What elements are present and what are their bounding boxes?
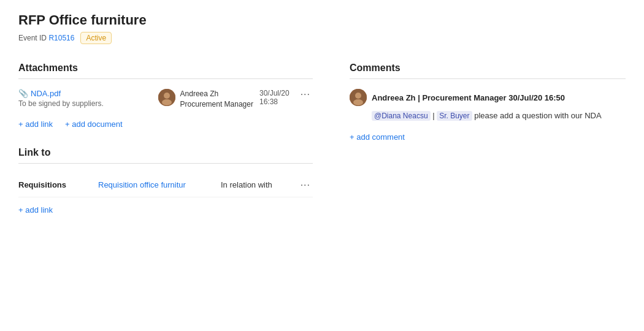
left-column: Attachments 📎 NDA.pdf To be signed by su…: [18, 63, 337, 215]
svg-point-5: [353, 99, 363, 105]
add-comment-container: + add comment: [350, 132, 626, 142]
attachment-item: 📎 NDA.pdf To be signed by suppliers.: [18, 89, 313, 110]
right-column: Comments Andreea Zh | Procurement Manage…: [337, 63, 626, 215]
svg-point-2: [162, 99, 172, 105]
attachment-menu-button[interactable]: ···: [298, 89, 313, 100]
page-header: RFP Office furniture Event ID R10516 Act…: [18, 12, 626, 44]
attachment-link[interactable]: 📎 NDA.pdf: [18, 89, 152, 98]
comment-header: Andreea Zh | Procurement Manager 30/Jul/…: [350, 89, 626, 106]
main-content: Attachments 📎 NDA.pdf To be signed by su…: [18, 63, 626, 215]
mention-role: Sr. Buyer: [437, 111, 472, 121]
link-name[interactable]: Requisition office furnitur: [98, 180, 221, 189]
add-link-button[interactable]: + add link: [18, 120, 53, 129]
link-relation: In relation with: [221, 180, 294, 189]
attachment-info: 📎 NDA.pdf To be signed by suppliers.: [18, 89, 152, 108]
comment-avatar: [350, 89, 367, 106]
link-to-title: Link to: [18, 147, 313, 164]
svg-point-1: [164, 93, 170, 99]
comments-section: Comments Andreea Zh | Procurement Manage…: [350, 63, 626, 142]
link-table: Requisitions Requisition office furnitur…: [18, 173, 313, 197]
link-table-row: Requisitions Requisition office furnitur…: [18, 173, 313, 197]
attachment-date: 30/Jul/20 16:38: [259, 89, 289, 106]
add-document-button[interactable]: + add document: [65, 120, 123, 129]
attachment-description: To be signed by suppliers.: [18, 99, 152, 108]
status-badge: Active: [80, 32, 112, 44]
add-link-to-button[interactable]: + add link: [18, 205, 53, 215]
attachment-user-info: Andreea Zh Procurement Manager: [158, 89, 253, 110]
link-to-section: Link to Requisitions Requisition office …: [18, 147, 313, 215]
user-name-role: Andreea Zh Procurement Manager: [180, 89, 253, 110]
event-id-value: R10516: [48, 34, 74, 42]
comment-body: @Diana Neacsu | Sr. Buyer please add a q…: [350, 110, 626, 122]
link-menu-button[interactable]: ···: [298, 180, 313, 191]
attachments-title: Attachments: [18, 63, 313, 79]
add-comment-button[interactable]: + add comment: [350, 132, 405, 142]
attachments-section: Attachments 📎 NDA.pdf To be signed by su…: [18, 63, 313, 129]
avatar: [158, 89, 175, 106]
link-actions: ···: [294, 180, 313, 191]
comments-title: Comments: [350, 63, 626, 79]
link-to-add-actions: + add link: [18, 205, 313, 215]
attachment-actions: + add link + add document: [18, 120, 313, 129]
mention-diana: @Diana Neacsu: [372, 111, 431, 121]
link-type: Requisitions: [18, 180, 98, 189]
event-id-row: Event ID R10516 Active: [18, 32, 626, 44]
event-id-label: Event ID R10516: [18, 34, 74, 42]
svg-point-4: [355, 93, 361, 99]
comment-author-date: Andreea Zh | Procurement Manager 30/Jul/…: [372, 93, 565, 102]
paperclip-icon: 📎: [18, 89, 28, 98]
comment-item: Andreea Zh | Procurement Manager 30/Jul/…: [350, 89, 626, 122]
page-title: RFP Office furniture: [18, 12, 626, 28]
